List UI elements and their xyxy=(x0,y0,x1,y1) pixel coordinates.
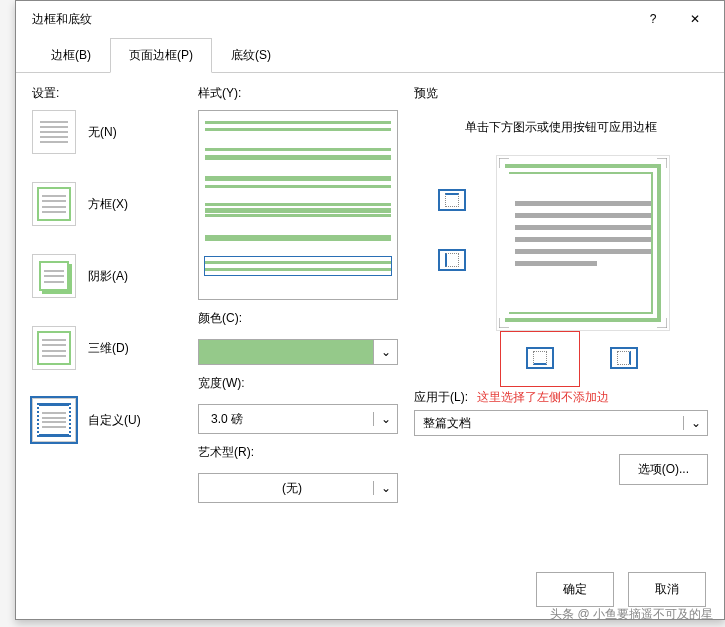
width-value: 3.0 磅 xyxy=(199,411,373,428)
help-button[interactable]: ? xyxy=(632,4,674,34)
annotation-box xyxy=(500,331,580,387)
border-top-icon xyxy=(445,193,459,207)
page-preview[interactable] xyxy=(496,155,670,331)
style-listbox[interactable] xyxy=(198,110,398,300)
close-button[interactable]: ✕ xyxy=(674,4,716,34)
annotation-note: 这里选择了左侧不添加边 xyxy=(477,390,609,404)
borders-shading-dialog: 边框和底纹 ? ✕ 边框(B) 页面边框(P) 底纹(S) 设置: 无(N) 方… xyxy=(15,0,725,620)
color-picker[interactable]: ⌄ xyxy=(198,339,398,365)
setting-label: 自定义(U) xyxy=(88,412,141,429)
art-value: (无) xyxy=(199,480,373,497)
width-label: 宽度(W): xyxy=(198,375,398,392)
border-left-icon xyxy=(445,253,459,267)
thumb-custom xyxy=(32,398,76,442)
edge-toggle-top[interactable] xyxy=(438,189,466,211)
apply-to-value: 整篇文档 xyxy=(415,415,683,432)
setting-label: 三维(D) xyxy=(88,340,129,357)
cancel-button[interactable]: 取消 xyxy=(628,572,706,607)
thumb-none xyxy=(32,110,76,154)
style-option[interactable] xyxy=(205,229,391,247)
dialog-footer: 确定 取消 xyxy=(536,572,706,607)
thumb-shadow xyxy=(32,254,76,298)
tab-borders[interactable]: 边框(B) xyxy=(32,38,110,73)
page-text-icon xyxy=(515,201,651,266)
settings-header: 设置: xyxy=(32,85,182,102)
dialog-title: 边框和底纹 xyxy=(32,11,632,28)
tab-strip: 边框(B) 页面边框(P) 底纹(S) xyxy=(16,37,724,73)
apply-row: 应用于(L): 这里选择了左侧不添加边 xyxy=(414,389,708,406)
style-option[interactable] xyxy=(205,201,391,219)
width-select[interactable]: 3.0 磅 ⌄ xyxy=(198,404,398,434)
chevron-down-icon[interactable]: ⌄ xyxy=(683,416,707,430)
style-option[interactable] xyxy=(205,117,391,135)
tab-page-borders[interactable]: 页面边框(P) xyxy=(110,38,212,73)
style-label: 样式(Y): xyxy=(198,85,398,102)
style-column: 样式(Y): 颜色(C): ⌄ 宽度(W): 3.0 磅 ⌄ 艺术型(R): xyxy=(198,85,398,503)
settings-column: 设置: 无(N) 方框(X) 阴影(A) 三维(D) 自定义(U) xyxy=(32,85,182,503)
style-option[interactable] xyxy=(205,145,391,163)
preview-area xyxy=(414,151,708,371)
dialog-content: 设置: 无(N) 方框(X) 阴影(A) 三维(D) 自定义(U) xyxy=(16,73,724,507)
style-option-selected[interactable] xyxy=(205,257,391,275)
apply-to-select[interactable]: 整篇文档 ⌄ xyxy=(414,410,708,436)
setting-threed[interactable]: 三维(D) xyxy=(32,326,182,370)
preview-column: 预览 单击下方图示或使用按钮可应用边框 应用于(L): xyxy=(414,85,708,503)
edge-toggle-right[interactable] xyxy=(610,347,638,369)
art-label: 艺术型(R): xyxy=(198,444,398,461)
setting-label: 无(N) xyxy=(88,124,117,141)
apply-label: 应用于(L): xyxy=(414,390,468,404)
tab-shading[interactable]: 底纹(S) xyxy=(212,38,290,73)
watermark: 头条 @ 小鱼要摘遥不可及的星 xyxy=(550,606,713,623)
setting-shadow[interactable]: 阴影(A) xyxy=(32,254,182,298)
art-select[interactable]: (无) ⌄ xyxy=(198,473,398,503)
chevron-down-icon[interactable]: ⌄ xyxy=(373,481,397,495)
style-option[interactable] xyxy=(205,173,391,191)
setting-custom[interactable]: 自定义(U) xyxy=(32,398,182,442)
setting-label: 阴影(A) xyxy=(88,268,128,285)
border-right-icon xyxy=(617,351,631,365)
ok-button[interactable]: 确定 xyxy=(536,572,614,607)
titlebar: 边框和底纹 ? ✕ xyxy=(16,1,724,37)
chevron-down-icon[interactable]: ⌄ xyxy=(373,412,397,426)
edge-toggle-left[interactable] xyxy=(438,249,466,271)
setting-label: 方框(X) xyxy=(88,196,128,213)
color-swatch xyxy=(199,340,373,364)
color-label: 颜色(C): xyxy=(198,310,398,327)
preview-header: 预览 xyxy=(414,85,708,102)
preview-hint: 单击下方图示或使用按钮可应用边框 xyxy=(414,118,708,137)
thumb-threed xyxy=(32,326,76,370)
chevron-down-icon[interactable]: ⌄ xyxy=(373,340,397,364)
thumb-box xyxy=(32,182,76,226)
setting-none[interactable]: 无(N) xyxy=(32,110,182,154)
options-button[interactable]: 选项(O)... xyxy=(619,454,708,485)
setting-box[interactable]: 方框(X) xyxy=(32,182,182,226)
